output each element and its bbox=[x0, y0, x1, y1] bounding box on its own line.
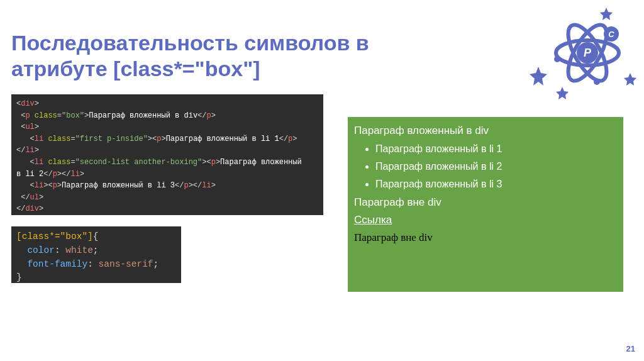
code-token: в li 2 bbox=[16, 170, 43, 179]
code-token: class bbox=[48, 158, 70, 167]
svg-marker-0 bbox=[530, 67, 547, 86]
logo-p: P bbox=[584, 47, 592, 59]
svg-marker-2 bbox=[600, 8, 613, 20]
code-token: "second-list another-boxing" bbox=[75, 158, 203, 167]
svg-marker-1 bbox=[556, 87, 569, 99]
code-token: class bbox=[48, 135, 70, 143]
svg-point-10 bbox=[594, 79, 600, 85]
code-token: sans-serif bbox=[99, 259, 153, 269]
code-token: white bbox=[65, 245, 93, 255]
title-line-1: Последовательность символов в bbox=[11, 31, 369, 55]
preview-p-in-div: Параграф вложенный в div bbox=[354, 125, 617, 137]
code-token: Параграф вложенный bbox=[220, 158, 302, 167]
code-token: color bbox=[27, 245, 55, 255]
code-token: Параграф вложенный в div bbox=[89, 111, 197, 120]
page-number: 21 bbox=[626, 344, 635, 353]
preview-li-3: Параграф вложенный в li 3 bbox=[375, 179, 617, 190]
code-token: Параграф вложенный в li 3 bbox=[62, 181, 175, 190]
preview-list: Параграф вложенный в li 1 Параграф вложе… bbox=[354, 143, 617, 190]
slide-title: Последовательность символов в атрибуте [… bbox=[11, 30, 489, 82]
preview-li-1: Параграф вложенный в li 1 bbox=[375, 143, 617, 155]
code-token: { bbox=[93, 231, 99, 242]
preview-link[interactable]: Ссылка bbox=[354, 214, 392, 226]
svg-marker-3 bbox=[624, 73, 636, 86]
preview-p-out-2: Параграф вне div bbox=[354, 231, 617, 244]
code-token: "box" bbox=[62, 111, 84, 120]
preview-p-out-1: Параграф вне div bbox=[354, 196, 617, 209]
render-preview: Параграф вложенный в div Параграф вложен… bbox=[348, 117, 623, 292]
title-line-2: атрибуте [class*="box"] bbox=[11, 57, 260, 81]
code-block-html: <<div>div> <p class="box">Параграф вложе… bbox=[11, 94, 323, 215]
code-token: "first p-inside" bbox=[75, 135, 148, 143]
code-token: font-family bbox=[27, 259, 87, 269]
code-block-css: [class*="box"]{ color: white; font-famil… bbox=[11, 226, 181, 283]
preview-li-2: Параграф вложенный в li 2 bbox=[375, 161, 617, 172]
code-token: class bbox=[35, 111, 57, 120]
logo-c: C bbox=[608, 30, 614, 39]
atom-logo: P C bbox=[525, 4, 638, 104]
code-token: [class*="box"] bbox=[16, 231, 93, 242]
code-token: Параграф вложенный в li 1 bbox=[166, 135, 279, 143]
code-token: } bbox=[16, 272, 22, 282]
svg-point-9 bbox=[554, 56, 560, 62]
